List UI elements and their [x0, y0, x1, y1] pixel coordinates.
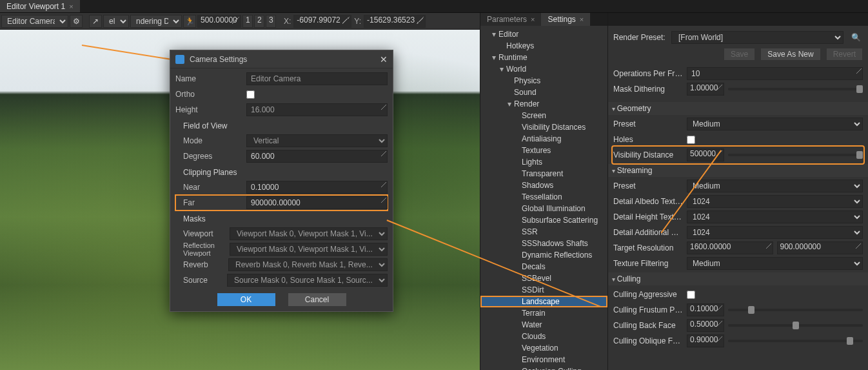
height-label: Height [175, 105, 240, 114]
close-icon[interactable]: × [69, 3, 73, 10]
tree-item-clouds[interactable]: Clouds [480, 331, 607, 342]
stream-preset-select[interactable]: Medium [687, 180, 863, 192]
tree-item-ssshadows-shafts[interactable]: SSShadows Shafts [480, 238, 607, 249]
viewport-layout-3[interactable]: 3 [266, 15, 276, 28]
streaming-section[interactable]: Streaming [608, 164, 868, 177]
tree-item-antialiasing[interactable]: Antialiasing [480, 133, 607, 145]
tree-item-textures[interactable]: Textures [480, 145, 607, 156]
close-icon[interactable]: × [531, 15, 535, 23]
texfilt-select[interactable]: Medium [687, 257, 863, 270]
degrees-label: Degrees [183, 152, 240, 161]
tree-item-hotkeys[interactable]: Hotkeys [480, 40, 607, 52]
fov-mode-select[interactable]: Vertical [246, 134, 388, 147]
tree-item-decals[interactable]: Decals [480, 261, 607, 272]
navigation-mode-icon[interactable]: ↗ [89, 15, 102, 28]
helpers-select[interactable]: elpe [103, 15, 129, 28]
addmask-select[interactable]: 1024 [687, 226, 863, 239]
tree-item-world[interactable]: ▾World [480, 63, 607, 75]
tree-item-tessellation[interactable]: Tessellation [480, 191, 607, 203]
save-as-new-button[interactable]: Save As New [760, 48, 820, 61]
close-icon[interactable]: ✕ [380, 54, 388, 65]
visdist-slider[interactable] [728, 154, 863, 156]
app-icon [175, 55, 184, 64]
addmask-label: Detail Additional Mas... [613, 228, 683, 237]
culloblq-field[interactable]: 0.90000 [687, 334, 724, 347]
tab-editor-viewport[interactable]: Editor Viewport 1 × [0, 0, 80, 12]
visdist-field[interactable]: 500000. [687, 149, 724, 161]
camera-select[interactable]: Editor Camera [1, 15, 68, 28]
tree-item-screen[interactable]: Screen [480, 110, 607, 121]
run-icon[interactable]: 🏃 [183, 15, 196, 28]
cullfru-slider[interactable] [728, 309, 863, 311]
close-icon[interactable]: × [580, 15, 584, 23]
far-clip-field[interactable] [246, 196, 388, 209]
tree-item-sound[interactable]: Sound [480, 87, 607, 98]
tree-item-physics[interactable]: Physics [480, 75, 607, 87]
cancel-button[interactable]: Cancel [288, 293, 346, 306]
holes-checkbox[interactable] [687, 136, 695, 144]
tree-item-environment[interactable]: Environment [480, 354, 607, 365]
culling-section[interactable]: Culling [608, 272, 868, 285]
far-label: Far [183, 198, 240, 207]
ops-per-frame-field[interactable] [687, 67, 863, 80]
render-debug-select[interactable]: ndering Deb [130, 15, 182, 28]
tree-item-ssr[interactable]: SSR [480, 226, 607, 238]
search-icon[interactable]: 🔍 [849, 30, 863, 45]
tree-item-shadows[interactable]: Shadows [480, 180, 607, 191]
mode-label: Mode [183, 136, 240, 145]
cullback-slider[interactable] [728, 324, 863, 327]
tree-item-vegetation[interactable]: Vegetation [480, 342, 607, 354]
viewport-mask-select[interactable]: Viewport Mask 0, Viewport Mask 1, Vi... [230, 227, 388, 240]
ok-button[interactable]: OK [217, 293, 275, 306]
tree-item-visibility-distances[interactable]: Visibility Distances [480, 121, 607, 133]
tree-item-global-illumination[interactable]: Global Illumination [480, 203, 607, 214]
cullfru-field[interactable]: 0.10000 [687, 303, 724, 316]
tree-item-runtime[interactable]: ▾Runtime [480, 52, 607, 63]
tree-item-occlusion-culling[interactable]: Occlusion Culling [480, 365, 607, 370]
refl-mask-select[interactable]: Viewport Mask 0, Viewport Mask 1, Vi... [230, 243, 388, 256]
tree-item-ssbevel[interactable]: SSBevel [480, 272, 607, 284]
albedo-select[interactable]: 1024 [687, 195, 863, 208]
gizmo-size-field[interactable]: 500.00000 [197, 15, 241, 28]
reverb-mask-select[interactable]: Reverb Mask 0, Reverb Mask 1, Reve... [228, 258, 388, 271]
cullagg-checkbox[interactable] [687, 291, 695, 299]
visdist-label: Visibility Distance [613, 150, 683, 159]
dialog-title: Camera Settings [190, 55, 247, 64]
gear-icon[interactable]: ⚙ [70, 15, 83, 28]
source-mask-select[interactable]: Source Mask 0, Source Mask 1, Sourc... [227, 274, 388, 287]
render-preset-select[interactable]: [From World] [671, 31, 843, 44]
tree-item-subsurface-scattering[interactable]: Subsurface Scattering [480, 214, 607, 226]
tree-item-ssdirt[interactable]: SSDirt [480, 284, 607, 296]
tree-item-dynamic-reflections[interactable]: Dynamic Reflections [480, 249, 607, 261]
cullback-field[interactable]: 0.50000 [687, 319, 724, 332]
camera-name-field[interactable] [246, 72, 388, 85]
tab-settings[interactable]: Settings× [541, 13, 590, 26]
revert-button[interactable]: Revert [826, 48, 863, 61]
save-button[interactable]: Save [724, 48, 755, 61]
targres-y-field[interactable]: 900.000000 [777, 242, 863, 254]
fov-degrees-field[interactable] [246, 150, 388, 163]
targres-x-field[interactable]: 1600.00000 [687, 242, 773, 254]
tab-parameters[interactable]: Parameters× [480, 13, 541, 26]
heighttex-select[interactable]: 1024 [687, 211, 863, 223]
camera-height-field[interactable] [246, 103, 388, 116]
tree-item-water[interactable]: Water [480, 319, 607, 331]
viewport-layout-2[interactable]: 2 [254, 15, 264, 28]
ortho-checkbox[interactable] [246, 90, 255, 99]
tree-item-transparent[interactable]: Transparent [480, 168, 607, 180]
geom-preset-select[interactable]: Medium [687, 118, 863, 130]
reverb-mask-label: Reverb [183, 260, 222, 269]
clipping-section-label: Clipping Planes [183, 168, 388, 177]
tree-item-terrain[interactable]: Terrain [480, 307, 607, 319]
tree-item-render[interactable]: ▾Render [480, 98, 607, 110]
coord-x-field[interactable]: -6097.99072 [293, 15, 351, 28]
viewport-layout-1[interactable]: 1 [242, 15, 253, 28]
mask-dithering-field[interactable]: 1.00000 [687, 83, 724, 96]
geometry-section[interactable]: Geometry [608, 102, 868, 115]
near-clip-field[interactable] [246, 181, 388, 194]
tree-item-lights[interactable]: Lights [480, 156, 607, 168]
coord-y-field[interactable]: -15629.36523 [364, 15, 426, 28]
tree-item-editor[interactable]: ▾Editor [480, 28, 607, 40]
culloblq-slider[interactable] [728, 340, 863, 342]
mask-dithering-slider[interactable] [728, 88, 863, 90]
